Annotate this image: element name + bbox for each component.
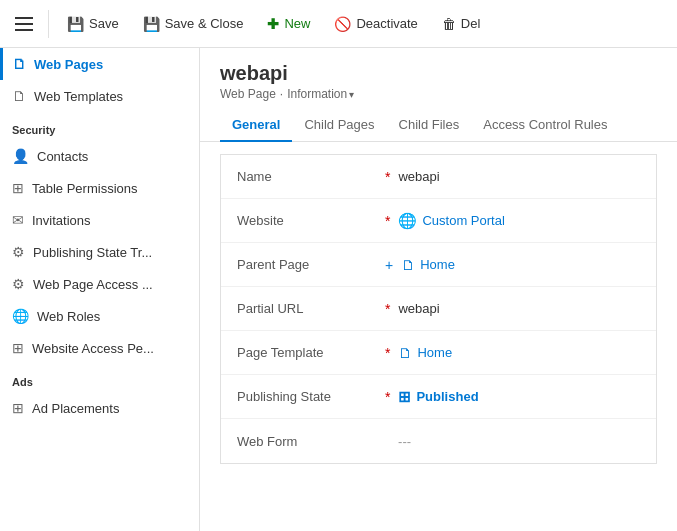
save-close-button[interactable]: 💾 Save & Close bbox=[133, 11, 254, 37]
table-permissions-icon: ⊞ bbox=[12, 180, 24, 196]
sidebar-item-web-pages[interactable]: 🗋 Web Pages bbox=[0, 48, 199, 80]
sidebar-item-web-templates[interactable]: 🗋 Web Templates bbox=[0, 80, 199, 112]
page-template-link[interactable]: 🗋 Home bbox=[398, 345, 452, 361]
sidebar-item-publishing-state[interactable]: ⚙ Publishing State Tr... bbox=[0, 236, 199, 268]
sidebar-item-ad-placements[interactable]: ⊞ Ad Placements bbox=[0, 392, 199, 424]
field-publishing-state-required: * bbox=[385, 389, 390, 405]
field-name-required: * bbox=[385, 169, 390, 185]
toolbar: 💾 Save 💾 Save & Close ✚ New 🚫 Deactivate… bbox=[0, 0, 677, 48]
form-area: Name * webapi Website * 🌐 Custom Portal bbox=[200, 142, 677, 531]
field-web-form: Web Form * --- bbox=[221, 419, 656, 463]
field-website-required: * bbox=[385, 213, 390, 229]
chevron-down-icon: ▾ bbox=[349, 89, 354, 100]
sidebar-item-web-page-access[interactable]: ⚙ Web Page Access ... bbox=[0, 268, 199, 300]
field-partial-url-required: * bbox=[385, 301, 390, 317]
delete-button[interactable]: 🗑 Del bbox=[432, 11, 491, 37]
field-page-template: Page Template * 🗋 Home bbox=[221, 331, 656, 375]
contacts-icon: 👤 bbox=[12, 148, 29, 164]
field-partial-url: Partial URL * webapi bbox=[221, 287, 656, 331]
record-header: webapi Web Page · Information ▾ bbox=[200, 48, 677, 101]
main-layout: 🗋 Web Pages 🗋 Web Templates Security 👤 C… bbox=[0, 48, 677, 531]
web-page-access-icon: ⚙ bbox=[12, 276, 25, 292]
field-partial-url-value: webapi bbox=[398, 301, 439, 316]
field-parent-page-label: Parent Page bbox=[237, 257, 377, 272]
template-icon: 🗋 bbox=[398, 345, 412, 361]
globe-icon: 🌐 bbox=[398, 212, 417, 230]
form-section: Name * webapi Website * 🌐 Custom Portal bbox=[220, 154, 657, 464]
field-publishing-state-value: ⊞ Published bbox=[398, 388, 478, 406]
field-name-value: webapi bbox=[398, 169, 439, 184]
field-website: Website * 🌐 Custom Portal bbox=[221, 199, 656, 243]
save-button[interactable]: 💾 Save bbox=[57, 11, 129, 37]
field-name: Name * webapi bbox=[221, 155, 656, 199]
published-icon: ⊞ bbox=[398, 388, 411, 406]
security-section-label: Security bbox=[0, 112, 199, 140]
sidebar-item-web-roles[interactable]: 🌐 Web Roles bbox=[0, 300, 199, 332]
breadcrumb-tab[interactable]: Information ▾ bbox=[287, 87, 354, 101]
delete-icon: 🗑 bbox=[442, 16, 456, 32]
field-page-template-label: Page Template bbox=[237, 345, 377, 360]
tab-child-files[interactable]: Child Files bbox=[387, 109, 472, 142]
sidebar-item-website-access[interactable]: ⊞ Website Access Pe... bbox=[0, 332, 199, 364]
content-area: webapi Web Page · Information ▾ General … bbox=[200, 48, 677, 531]
save-close-icon: 💾 bbox=[143, 16, 160, 32]
sidebar: 🗋 Web Pages 🗋 Web Templates Security 👤 C… bbox=[0, 48, 200, 531]
field-parent-page-required: + bbox=[385, 257, 393, 273]
deactivate-button[interactable]: 🚫 Deactivate bbox=[324, 11, 427, 37]
web-pages-icon: 🗋 bbox=[12, 56, 26, 72]
tab-general[interactable]: General bbox=[220, 109, 292, 142]
new-icon: ✚ bbox=[267, 16, 279, 32]
record-title: webapi bbox=[220, 62, 657, 85]
website-link[interactable]: 🌐 Custom Portal bbox=[398, 212, 504, 230]
publishing-state-link[interactable]: ⊞ Published bbox=[398, 388, 478, 406]
invitations-icon: ✉ bbox=[12, 212, 24, 228]
tabs-bar: General Child Pages Child Files Access C… bbox=[200, 109, 677, 142]
field-publishing-state: Publishing State * ⊞ Published bbox=[221, 375, 656, 419]
field-website-label: Website bbox=[237, 213, 377, 228]
field-name-label: Name bbox=[237, 169, 377, 184]
field-page-template-value: 🗋 Home bbox=[398, 345, 452, 361]
field-web-form-value: --- bbox=[398, 434, 411, 449]
deactivate-icon: 🚫 bbox=[334, 16, 351, 32]
ad-placements-icon: ⊞ bbox=[12, 400, 24, 416]
sidebar-item-invitations[interactable]: ✉ Invitations bbox=[0, 204, 199, 236]
website-access-icon: ⊞ bbox=[12, 340, 24, 356]
sidebar-item-table-permissions[interactable]: ⊞ Table Permissions bbox=[0, 172, 199, 204]
tab-access-control[interactable]: Access Control Rules bbox=[471, 109, 619, 142]
ads-section-label: Ads bbox=[0, 364, 199, 392]
tab-child-pages[interactable]: Child Pages bbox=[292, 109, 386, 142]
field-partial-url-label: Partial URL bbox=[237, 301, 377, 316]
field-page-template-required: * bbox=[385, 345, 390, 361]
field-website-value: 🌐 Custom Portal bbox=[398, 212, 504, 230]
new-button[interactable]: ✚ New bbox=[257, 11, 320, 37]
page-icon: 🗋 bbox=[401, 257, 415, 273]
toolbar-divider bbox=[48, 10, 49, 38]
hamburger-menu[interactable] bbox=[8, 8, 40, 40]
web-roles-icon: 🌐 bbox=[12, 308, 29, 324]
web-templates-icon: 🗋 bbox=[12, 88, 26, 104]
sidebar-item-contacts[interactable]: 👤 Contacts bbox=[0, 140, 199, 172]
field-parent-page: Parent Page + 🗋 Home bbox=[221, 243, 656, 287]
field-publishing-state-label: Publishing State bbox=[237, 389, 377, 404]
publishing-state-icon: ⚙ bbox=[12, 244, 25, 260]
breadcrumb: Web Page · Information ▾ bbox=[220, 87, 657, 101]
field-web-form-label: Web Form bbox=[237, 434, 377, 449]
field-parent-page-value: 🗋 Home bbox=[401, 257, 455, 273]
parent-page-link[interactable]: 🗋 Home bbox=[401, 257, 455, 273]
save-icon: 💾 bbox=[67, 16, 84, 32]
